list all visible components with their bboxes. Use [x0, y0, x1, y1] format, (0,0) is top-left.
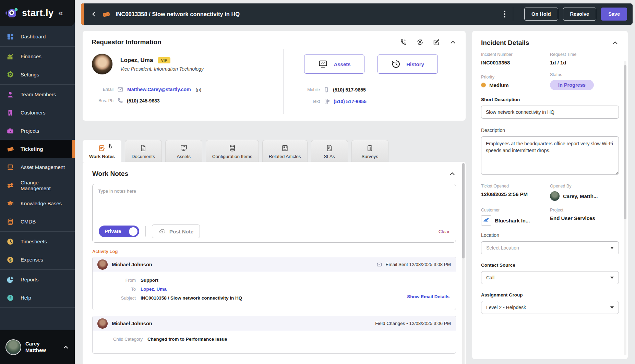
sidebar-item-expenses[interactable]: $ Expenses [0, 251, 75, 269]
email-icon [117, 86, 124, 93]
sidebar-item-label: Change Management [21, 180, 69, 191]
project-label: Project [550, 208, 619, 213]
sidebar: start.ly « Dashboard Finances ⚙ Settings… [0, 0, 75, 364]
tab-label: SLAs [324, 154, 335, 159]
user-name: Carey Matthew [25, 341, 58, 354]
mobile-label: Mobile [304, 87, 320, 92]
description-input[interactable]: Employees at the headquarters office rep… [481, 136, 619, 175]
sidebar-item-change-management[interactable]: ⇄ Change Management [0, 176, 75, 194]
configuration-items-icon [228, 143, 236, 152]
location-select[interactable]: Select Location [481, 241, 619, 254]
cmdb-icon [6, 218, 14, 226]
sync-user-icon[interactable] [416, 38, 424, 46]
to-value[interactable]: Lopez, Uma [141, 287, 167, 292]
mobile-value: (510) 517-9855 [333, 87, 366, 93]
short-description-input[interactable] [481, 106, 619, 119]
toolbar-divider [145, 226, 146, 236]
sidebar-nav: Dashboard Finances ⚙ Settings Team Membe… [0, 26, 75, 330]
activity-entry: Michael Johnson Field Changes • 12/08/20… [92, 316, 456, 354]
assignment-group-select[interactable]: Level 2 - Helpdesk [481, 301, 619, 314]
sidebar-item-label: Projects [21, 128, 39, 134]
sidebar-item-timesheets[interactable]: Timesheets [0, 232, 75, 251]
sidebar-item-label: Dashboard [21, 34, 46, 39]
status-badge[interactable]: In Progress [550, 80, 594, 90]
opened-by-value: Carey, Matth... [563, 193, 598, 199]
chevron-up-icon[interactable] [62, 344, 69, 351]
activity-entry: Michael Johnson Email Sent 12/08/2025 3:… [92, 257, 456, 310]
add-call-icon[interactable] [400, 38, 407, 46]
tab-documents[interactable]: Documents [125, 140, 162, 162]
tab-configuration-items[interactable]: Configuration Items [206, 140, 259, 162]
customer-value[interactable]: Blueshark In... [495, 218, 530, 223]
worknotes-scrollbar[interactable] [462, 163, 465, 364]
back-icon[interactable] [91, 11, 97, 17]
chevron-down-icon [610, 247, 614, 249]
sidebar-item-help[interactable]: ? Help [0, 289, 75, 307]
contact-source-select[interactable]: Call [481, 271, 619, 284]
sidebar-item-label: Team Members [21, 92, 56, 97]
sidebar-item-projects[interactable]: Projects [0, 122, 75, 140]
header-accent-bar [81, 3, 84, 25]
sidebar-item-ticketing[interactable]: Ticketing [0, 140, 75, 158]
svg-text:$: $ [9, 257, 12, 262]
tab-related-articles[interactable]: Related Articles [262, 140, 308, 162]
history-button[interactable]: History [378, 54, 438, 74]
incident-number-label: Incident Number [481, 52, 550, 57]
settings-gear-icon: ⚙ [6, 71, 14, 79]
sidebar-item-cmdb[interactable]: CMDB [0, 213, 75, 231]
sidebar-item-team-members[interactable]: Team Members [0, 85, 75, 104]
description-label: Description [481, 128, 619, 133]
request-time-label: Request Time [550, 52, 619, 57]
show-email-details-link[interactable]: Show Email Details [407, 294, 450, 299]
requestor-information-card: Requestor Information [83, 31, 466, 121]
tab-label: Related Articles [269, 154, 301, 159]
sidebar-item-finances[interactable]: Finances [0, 47, 75, 65]
tab-work-notes[interactable]: Work Notes [83, 140, 121, 162]
sidebar-item-reports[interactable]: Reports [0, 270, 75, 289]
kebab-menu-icon[interactable] [504, 11, 505, 17]
sidebar-item-knowledge-bases[interactable]: Knowledge Bases [0, 194, 75, 213]
save-button[interactable]: Save [601, 8, 627, 21]
edit-icon[interactable] [433, 38, 440, 46]
from-label: From [99, 278, 136, 283]
clear-link[interactable]: Clear [439, 229, 450, 234]
toggle-knob [129, 227, 137, 236]
assets-button[interactable]: Assets [304, 54, 364, 74]
email-value[interactable]: Matthew.Carey@startly.com [127, 87, 191, 92]
panel-scrollbar[interactable] [624, 61, 626, 355]
on-hold-button[interactable]: On Hold [524, 8, 558, 21]
request-time-value: 1d / 1d [550, 60, 619, 65]
dashboard-icon [6, 33, 14, 41]
sidebar-item-dashboard[interactable]: Dashboard [0, 27, 75, 46]
ticket-opened-value: 12/08/2025 2:56 PM [481, 191, 550, 197]
sidebar-item-customers[interactable]: Customers [0, 104, 75, 122]
sidebar-item-label: Expenses [21, 257, 43, 263]
tab-assets[interactable]: Assets [165, 140, 202, 162]
note-composer: Private Post Note Clear [92, 184, 456, 243]
from-value: Support [141, 278, 158, 283]
requestor-name: Lopez, Uma [120, 57, 153, 64]
text-value[interactable]: (510) 517-9855 [334, 99, 367, 104]
sidebar-item-label: Asset Management [21, 164, 65, 170]
post-note-button[interactable]: Post Note [152, 225, 200, 238]
collapse-requestor-icon[interactable] [449, 38, 457, 46]
tab-surveys[interactable]: Surveys [351, 140, 388, 162]
sidebar-item-settings[interactable]: ⚙ Settings [0, 65, 75, 84]
chevron-down-icon [610, 277, 614, 279]
private-toggle[interactable]: Private [99, 226, 139, 237]
resolve-button[interactable]: Resolve [563, 8, 597, 21]
collapse-incident-icon[interactable] [611, 39, 619, 47]
user-menu[interactable]: Carey Matthew [0, 330, 75, 364]
sidebar-divider [0, 269, 75, 270]
email-suffix: (p) [196, 87, 202, 92]
tab-slas[interactable]: SLAs [311, 140, 348, 162]
sidebar-collapse-icon[interactable]: « [59, 8, 63, 18]
note-input[interactable] [93, 184, 456, 219]
sidebar-item-label: Ticketing [21, 146, 43, 152]
bus-ph-value: (510) 245-9683 [127, 98, 160, 104]
slas-icon [326, 143, 333, 152]
collapse-worknotes-icon[interactable] [448, 170, 456, 178]
sidebar-item-asset-management[interactable]: Asset Management [0, 158, 75, 176]
sidebar-item-label: Help [21, 295, 31, 301]
to-label: To [99, 287, 136, 292]
